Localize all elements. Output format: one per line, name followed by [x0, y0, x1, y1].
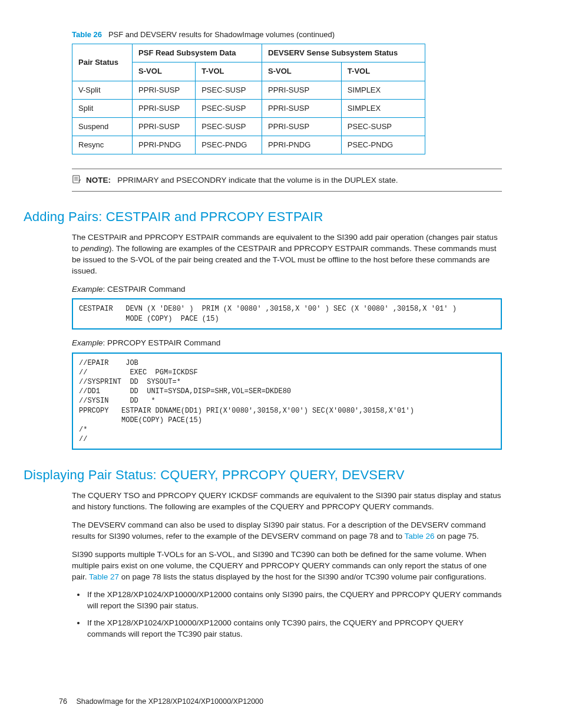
cell-dsvol: PPRI-SUSP	[262, 117, 342, 136]
note-icon	[72, 175, 81, 183]
bullet-list: If the XP128/XP1024/XP10000/XP12000 cont…	[86, 589, 503, 640]
heading-displaying-pair-status: Displaying Pair Status: CQUERY, PPRCOPY …	[24, 466, 503, 485]
table-caption: Table 26 PSF and DEVSERV results for Sha…	[72, 29, 503, 40]
cell-ptvol: PSEC-SUSP	[196, 99, 262, 117]
text-italic: pending	[81, 244, 109, 253]
table-row: V-Split PPRI-SUSP PSEC-SUSP PPRI-SUSP SI…	[72, 81, 425, 99]
example-word: Example	[72, 338, 103, 347]
col-psf-svol: S-VOL	[133, 62, 196, 81]
divider	[72, 169, 502, 169]
cell-dtvol: SIMPLEX	[341, 99, 425, 117]
text: on page 78 lists the status displayed by…	[119, 572, 486, 581]
cell-dtvol: SIMPLEX	[341, 81, 425, 99]
list-item: If the XP128/XP1024/XP10000/XP12000 cont…	[86, 589, 503, 612]
cell-ptvol: PSEC-SUSP	[196, 81, 262, 99]
link-table-27[interactable]: Table 27	[89, 572, 119, 581]
divider	[72, 191, 502, 192]
col-dev-tvol: T-VOL	[341, 62, 425, 81]
svg-rect-0	[73, 176, 80, 183]
cell-dsvol: PPRI-SUSP	[262, 99, 342, 117]
col-psf: PSF Read Subsystem Data	[133, 44, 262, 62]
table-row: Suspend PPRI-SUSP PSEC-SUSP PPRI-SUSP PS…	[72, 117, 425, 136]
paragraph: The CQUERY TSO and PPRCOPY QUERY ICKDSF …	[72, 490, 503, 513]
table-row: Split PPRI-SUSP PSEC-SUSP PPRI-SUSP SIMP…	[72, 99, 425, 117]
link-table-26[interactable]: Table 26	[405, 532, 435, 541]
example-text: : CESTPAIR Command	[103, 285, 186, 294]
col-pair-status: Pair Status	[72, 44, 133, 81]
cell-pair: Suspend	[72, 117, 133, 136]
cell-ptvol: PSEC-PNDG	[196, 136, 262, 154]
results-table: Pair Status PSF Read Subsystem Data DEVS…	[72, 44, 425, 154]
note-label: NOTE:	[86, 176, 111, 185]
paragraph: The CESTPAIR and PPRCOPY ESTPAIR command…	[72, 232, 503, 277]
cell-dtvol: PSEC-SUSP	[341, 117, 425, 136]
heading-adding-pairs: Adding Pairs: CESTPAIR and PPRCOPY ESTPA…	[24, 208, 503, 226]
col-devserv: DEVSERV Sense Subsystem Status	[262, 44, 425, 62]
list-item: If the XP128/XP1024/XP10000/XP12000 cont…	[86, 618, 503, 640]
cell-pair: Split	[72, 99, 133, 117]
code-block-pprcopy: //EPAIR JOB // EXEC PGM=ICKDSF //SYSPRIN…	[72, 353, 502, 450]
cell-psvol: PPRI-SUSP	[133, 99, 196, 117]
cell-psvol: PPRI-PNDG	[133, 136, 196, 154]
footer-title: ShadowImage for the XP128/XP1024/XP10000…	[76, 697, 263, 706]
note-body: PPRIMARY and PSECONDRY indicate that the…	[117, 176, 398, 185]
page-number: 76	[59, 697, 67, 706]
example-label: Example: CESTPAIR Command	[72, 284, 503, 295]
cell-psvol: PPRI-SUSP	[133, 81, 196, 99]
cell-dsvol: PPRI-PNDG	[262, 136, 342, 154]
page-footer: 76 ShadowImage for the XP128/XP1024/XP10…	[59, 697, 263, 707]
cell-dsvol: PPRI-SUSP	[262, 81, 342, 99]
example-word: Example	[72, 285, 103, 294]
cell-dtvol: PSEC-PNDG	[341, 136, 425, 154]
text: on page 75.	[435, 532, 479, 541]
example-text: : PPRCOPY ESTPAIR Command	[103, 338, 221, 347]
cell-ptvol: PSEC-SUSP	[196, 117, 262, 136]
text: ). The following are examples of the CES…	[72, 244, 497, 275]
paragraph: SI390 supports multiple T-VOLs for an S-…	[72, 549, 503, 583]
cell-pair: V-Split	[72, 81, 133, 99]
col-psf-tvol: T-VOL	[196, 62, 262, 81]
col-dev-svol: S-VOL	[262, 62, 342, 81]
cell-psvol: PPRI-SUSP	[133, 117, 196, 136]
cell-pair: Resync	[72, 136, 133, 154]
table-label: Table 26	[72, 30, 102, 39]
table-header-row: Pair Status PSF Read Subsystem Data DEVS…	[72, 44, 425, 62]
note-block: NOTE: PPRIMARY and PSECONDRY indicate th…	[72, 175, 503, 186]
table-caption-text: PSF and DEVSERV results for ShadowImage …	[108, 30, 335, 39]
note-text: NOTE: PPRIMARY and PSECONDRY indicate th…	[86, 175, 398, 186]
code-block-cestpair: CESTPAIR DEVN (X 'DE80' ) PRIM (X '0080'…	[72, 298, 502, 329]
paragraph: The DEVSERV command can also be used to …	[72, 520, 503, 542]
table-row: Resync PPRI-PNDG PSEC-PNDG PPRI-PNDG PSE…	[72, 136, 425, 154]
example-label: Example: PPRCOPY ESTPAIR Command	[72, 338, 503, 349]
